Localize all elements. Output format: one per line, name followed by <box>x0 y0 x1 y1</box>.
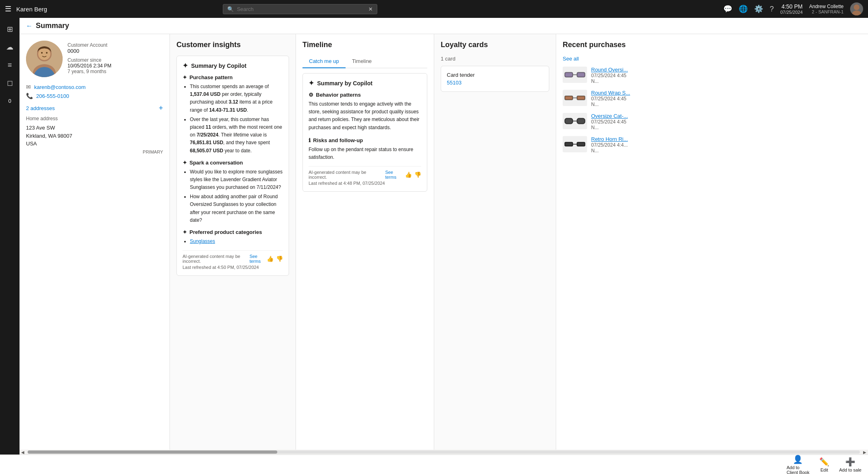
add-address-button[interactable]: + <box>159 104 163 113</box>
svg-rect-21 <box>566 119 572 123</box>
risks-text: Follow up on the pendant repair status t… <box>309 146 421 161</box>
scrollbar-track[interactable] <box>28 450 860 454</box>
purchase-info-4: Retro Horn Ri... 07/25/2024 4:4... N... <box>591 136 861 154</box>
timeline-tabs: Catch me up Timeline <box>302 56 427 68</box>
purchase-name-2[interactable]: Round Wrap S... <box>591 90 861 96</box>
thumbs-down-button[interactable]: 👎 <box>276 255 283 262</box>
preferred-category-link[interactable]: Sunglasses <box>190 238 215 244</box>
purchase-name-1[interactable]: Round Oversi... <box>591 67 861 73</box>
timeline-ai-footer: AI-generated content may be incorrect. S… <box>309 166 421 186</box>
address-type: Home address <box>26 115 163 122</box>
purchase-name-4[interactable]: Retro Horn Ri... <box>591 136 861 142</box>
sidebar-item-home[interactable]: ⊞ <box>2 21 18 37</box>
edit-button[interactable]: ✏️ Edit <box>819 457 829 472</box>
see-terms-link[interactable]: See terms <box>250 254 267 264</box>
spark-bullet-2: How about adding another pair of Round O… <box>190 193 283 224</box>
svg-rect-12 <box>578 73 584 76</box>
app-title: Karen Berg <box>16 6 47 13</box>
loyalty-card: Card tender 55103 <box>441 66 549 92</box>
clear-search-icon[interactable]: ✕ <box>368 6 373 12</box>
see-all-link[interactable]: See all <box>563 56 861 62</box>
purchase-price-3: N... <box>591 125 861 130</box>
edit-label: Edit <box>820 468 828 472</box>
sidebar: ⊞ ☁ ≡ ◻ 0 <box>0 18 20 455</box>
add-to-client-book-button[interactable]: 👤 Add toClient Book <box>787 455 809 474</box>
purchase-date-2: 07/25/2024 4:45 <box>591 96 861 102</box>
back-button[interactable]: ← <box>26 22 33 30</box>
main-content: Customer Account 0000 Customer since 10/… <box>20 34 868 455</box>
behavior-text: This customer tends to engage actively w… <box>309 100 421 132</box>
svg-point-7 <box>46 52 48 54</box>
clock: 4:50 PM 07/25/2024 <box>780 3 803 15</box>
purchase-item-3: Oversize Cat-... 07/25/2024 4:45 N... <box>563 113 861 130</box>
spark-bullets: Would you like to explore more sunglasse… <box>183 168 283 224</box>
summary-panel: Customer Account 0000 Customer since 10/… <box>20 34 170 455</box>
svg-rect-11 <box>566 73 572 76</box>
timeline-thumbs-up-button[interactable]: 👍 <box>405 171 412 178</box>
user-name: Andrew Collette <box>809 4 844 9</box>
svg-point-5 <box>38 48 50 60</box>
purchase-date-3: 07/25/2024 4:45 <box>591 119 861 125</box>
scrollbar-thumb[interactable] <box>28 450 277 454</box>
thumbs-up-button[interactable]: 👍 <box>267 255 274 262</box>
purchase-price-2: N... <box>591 102 861 107</box>
copilot-insights-card: ✦ Summary by Copilot ✦ Purchase pattern … <box>176 56 289 276</box>
breadcrumb-bar: ← Summary <box>20 18 868 34</box>
phone-link[interactable]: 206-555-0100 <box>36 93 69 99</box>
sidebar-item-notifications[interactable]: 0 <box>2 93 18 109</box>
svg-point-6 <box>41 52 43 54</box>
ai-disclaimer: AI-generated content may be incorrect. S… <box>183 254 267 264</box>
scroll-right-arrow[interactable]: ▶ <box>861 450 868 455</box>
primary-badge: PRIMARY <box>26 149 163 154</box>
email-row: ✉ karenb@contoso.com <box>26 84 163 90</box>
timeline-thumbs-down-button[interactable]: 👎 <box>414 171 421 178</box>
avatar[interactable] <box>850 2 863 15</box>
loyalty-card-num: 55103 <box>447 80 543 86</box>
purchase-bullet-1: This customer spends an average of 1,537… <box>190 83 283 114</box>
addresses-label[interactable]: 2 addresses <box>26 105 55 111</box>
sidebar-item-menu[interactable]: ≡ <box>2 57 18 73</box>
settings-icon[interactable]: ⚙️ <box>754 4 763 13</box>
purchases-title: Recent purchases <box>563 41 861 49</box>
topnav-right: 💬 🌐 ⚙️ ? 4:50 PM 07/25/2024 Andrew Colle… <box>723 2 863 15</box>
purchase-thumb-1 <box>563 67 587 83</box>
add-to-sale-label: Add to sale <box>839 468 861 472</box>
search-box[interactable]: 🔍 ✕ <box>223 4 377 14</box>
tab-catchup[interactable]: Catch me up <box>302 56 346 68</box>
chat-icon[interactable]: 💬 <box>723 4 732 13</box>
timeline-ai-timestamp: Last refreshed at 4:48 PM, 07/25/2024 <box>309 181 421 186</box>
hamburger-icon[interactable]: ☰ <box>5 4 11 13</box>
tab-timeline[interactable]: Timeline <box>346 56 379 68</box>
sidebar-item-cloud[interactable]: ☁ <box>2 39 18 55</box>
purchase-pattern-title: ✦ Purchase pattern <box>183 74 283 80</box>
help-icon[interactable]: ? <box>770 5 774 13</box>
address-line2: Kirkland, WA 98007 <box>26 132 163 140</box>
scroll-left-arrow[interactable]: ◀ <box>20 450 26 455</box>
preferred-list: Sunglasses <box>183 238 283 245</box>
email-link[interactable]: karenb@contoso.com <box>34 84 86 90</box>
loyalty-card-label: Card tender <box>447 72 543 78</box>
add-to-sale-button[interactable]: ➕ Add to sale <box>839 457 861 472</box>
timeline-copilot-header: ✦ Summary by Copilot <box>309 79 421 87</box>
timeline-see-terms-link[interactable]: See terms <box>385 170 405 180</box>
search-input[interactable] <box>237 6 365 12</box>
purchase-name-3[interactable]: Oversize Cat-... <box>591 113 861 119</box>
purchase-info-2: Round Wrap S... 07/25/2024 4:45 N... <box>591 90 861 107</box>
search-icon: 🔍 <box>227 6 234 12</box>
customer-info: Customer Account 0000 Customer since 10/… <box>67 41 111 77</box>
behavior-title: ⚙ Behavior patterns <box>309 92 421 98</box>
phone-icon: 📞 <box>26 93 33 99</box>
bottom-bar: 👤 Add toClient Book ✏️ Edit ➕ Add to sal… <box>0 455 868 474</box>
purchase-price-1: N... <box>591 78 861 84</box>
sidebar-item-tasks[interactable]: ◻ <box>2 75 18 91</box>
add-to-client-book-icon: 👤 <box>793 455 803 464</box>
ai-footer: AI-generated content may be incorrect. S… <box>183 250 283 270</box>
globe-icon[interactable]: 🌐 <box>739 4 748 13</box>
address-country: USA <box>26 140 163 148</box>
scrollbar-area: ◀ ▶ <box>20 450 868 455</box>
address-line1: 123 Ave SW <box>26 124 163 132</box>
ai-feedback-buttons: 👍 👎 <box>267 255 283 262</box>
preferred-title: ✦ Preferred product categories <box>183 229 283 235</box>
svg-rect-16 <box>566 97 572 99</box>
svg-point-1 <box>852 11 861 15</box>
